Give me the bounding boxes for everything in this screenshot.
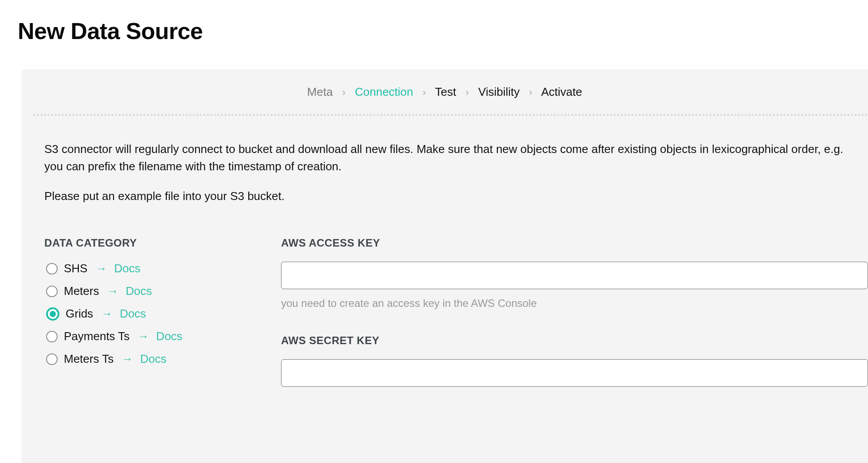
step-connection[interactable]: Connection — [355, 85, 413, 98]
radio-label: SHS — [64, 262, 87, 275]
page-title: New Data Source — [18, 18, 868, 44]
description-paragraph: Please put an example file into your S3 … — [44, 188, 856, 205]
radio-option-grids[interactable]: Grids → Docs — [46, 307, 253, 321]
radio-icon[interactable] — [46, 353, 58, 365]
chevron-right-icon: › — [465, 87, 469, 98]
aws-secret-key-input[interactable] — [281, 359, 868, 387]
chevron-right-icon: › — [342, 87, 345, 98]
aws-access-key-input[interactable] — [281, 262, 868, 289]
form-panel: Meta › Connection › Test › Visibility › … — [21, 69, 868, 463]
step-activate[interactable]: Activate — [541, 85, 583, 98]
radio-label: Grids — [66, 307, 93, 321]
step-test[interactable]: Test — [435, 85, 456, 98]
radio-label: Meters — [64, 284, 99, 298]
description-block: S3 connector will regularly connect to b… — [21, 116, 868, 205]
chevron-right-icon: › — [529, 87, 532, 98]
radio-icon[interactable] — [46, 331, 58, 342]
wizard-steps: Meta › Connection › Test › Visibility › … — [21, 85, 868, 99]
arrow-right-icon: → — [107, 284, 118, 298]
data-category-radio-group: SHS → Docs Meters → Docs Grids → Docs — [44, 262, 253, 366]
radio-option-meters[interactable]: Meters → Docs — [46, 284, 253, 298]
radio-icon[interactable] — [46, 286, 58, 297]
docs-link[interactable]: Docs — [156, 330, 182, 343]
radio-label: Meters Ts — [64, 352, 113, 366]
aws-secret-key-label: AWS SECRET KEY — [281, 334, 868, 347]
aws-access-key-helper: you need to create an access key in the … — [281, 297, 868, 310]
chevron-right-icon: › — [422, 87, 426, 98]
radio-icon[interactable] — [46, 307, 59, 321]
radio-option-payments-ts[interactable]: Payments Ts → Docs — [46, 330, 253, 343]
docs-link[interactable]: Docs — [114, 262, 140, 275]
step-meta[interactable]: Meta — [307, 85, 333, 98]
radio-label: Payments Ts — [64, 330, 129, 343]
arrow-right-icon: → — [121, 352, 133, 366]
docs-link[interactable]: Docs — [140, 352, 166, 366]
description-paragraph: S3 connector will regularly connect to b… — [44, 141, 856, 175]
step-visibility[interactable]: Visibility — [478, 85, 520, 98]
docs-link[interactable]: Docs — [120, 307, 146, 321]
radio-option-meters-ts[interactable]: Meters Ts → Docs — [46, 352, 253, 366]
radio-option-shs[interactable]: SHS → Docs — [46, 262, 253, 275]
arrow-right-icon: → — [95, 262, 107, 275]
arrow-right-icon: → — [101, 307, 113, 321]
data-category-label: DATA CATEGORY — [44, 237, 253, 249]
docs-link[interactable]: Docs — [125, 284, 152, 298]
arrow-right-icon: → — [137, 330, 149, 343]
aws-access-key-label: AWS ACCESS KEY — [281, 237, 868, 249]
radio-icon[interactable] — [46, 263, 58, 275]
